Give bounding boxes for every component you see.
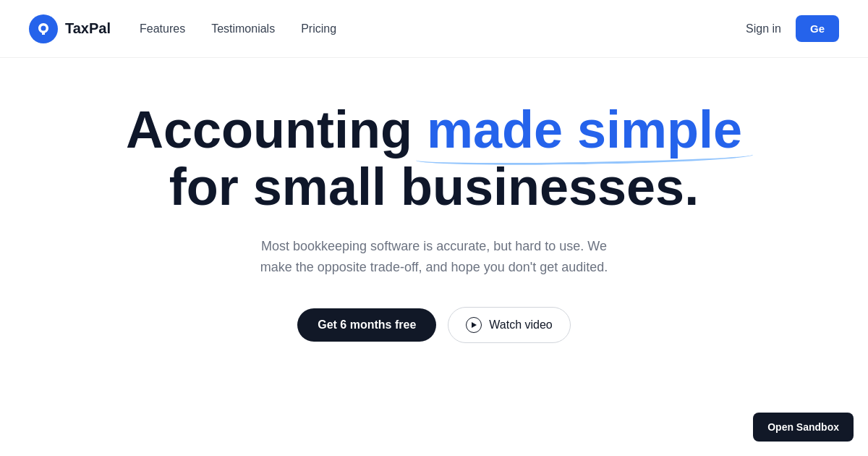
headline-part1: Accounting xyxy=(126,101,427,159)
nav-links: Features Testimonials Pricing xyxy=(140,22,336,35)
logo-icon xyxy=(29,14,58,43)
nav-features[interactable]: Features xyxy=(140,22,185,35)
open-sandbox-button[interactable]: Open Sandbox xyxy=(753,413,854,442)
hero-section: Accounting made simple for small busines… xyxy=(0,58,868,372)
navbar: TaxPal Features Testimonials Pricing Sig… xyxy=(0,0,868,58)
headline-highlight: made simple xyxy=(427,101,742,159)
svg-point-1 xyxy=(41,25,46,30)
get-started-button[interactable]: Ge xyxy=(796,15,839,42)
play-triangle xyxy=(472,322,477,328)
nav-testimonials[interactable]: Testimonials xyxy=(211,22,275,35)
nav-pricing[interactable]: Pricing xyxy=(301,22,336,35)
cta-secondary-button[interactable]: Watch video xyxy=(448,307,570,343)
cta-primary-button[interactable]: Get 6 months free xyxy=(297,308,436,342)
headline-part2: for small businesses. xyxy=(169,158,699,216)
hero-headline: Accounting made simple for small busines… xyxy=(126,101,742,216)
logo-link[interactable]: TaxPal xyxy=(29,14,111,43)
sign-in-link[interactable]: Sign in xyxy=(746,22,781,35)
brand-name: TaxPal xyxy=(65,20,111,37)
hero-subtitle: Most bookkeeping software is accurate, b… xyxy=(253,236,615,278)
nav-right: Sign in Ge xyxy=(746,15,839,42)
hero-buttons: Get 6 months free Watch video xyxy=(297,307,570,343)
watch-video-label: Watch video xyxy=(489,318,552,332)
play-icon xyxy=(466,317,482,333)
